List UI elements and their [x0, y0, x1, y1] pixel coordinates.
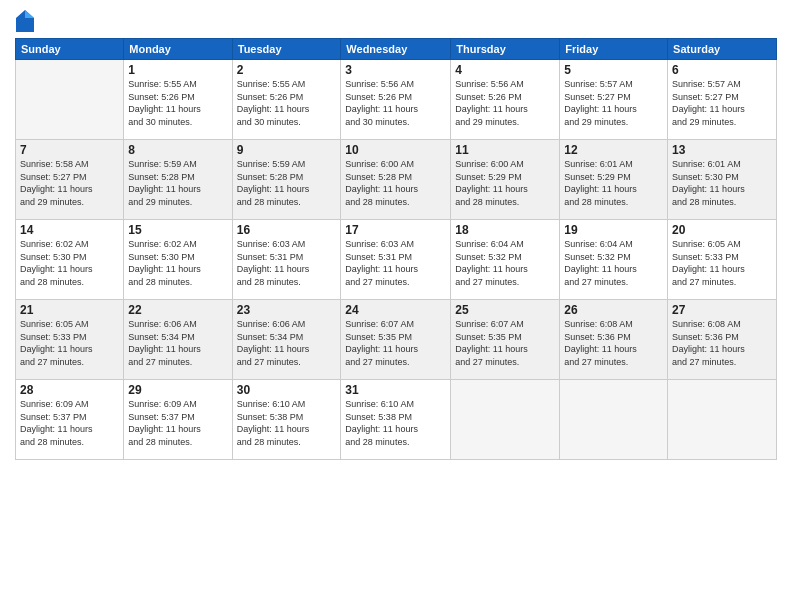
day-info: Sunrise: 6:02 AM Sunset: 5:30 PM Dayligh… [128, 238, 227, 288]
day-number: 9 [237, 143, 337, 157]
day-number: 30 [237, 383, 337, 397]
day-info: Sunrise: 5:55 AM Sunset: 5:26 PM Dayligh… [128, 78, 227, 128]
day-info: Sunrise: 6:06 AM Sunset: 5:34 PM Dayligh… [128, 318, 227, 368]
day-number: 5 [564, 63, 663, 77]
day-number: 3 [345, 63, 446, 77]
day-info: Sunrise: 6:03 AM Sunset: 5:31 PM Dayligh… [237, 238, 337, 288]
header-monday: Monday [124, 39, 232, 60]
table-row: 11Sunrise: 6:00 AM Sunset: 5:29 PM Dayli… [451, 140, 560, 220]
day-number: 26 [564, 303, 663, 317]
day-number: 17 [345, 223, 446, 237]
day-info: Sunrise: 6:01 AM Sunset: 5:29 PM Dayligh… [564, 158, 663, 208]
day-info: Sunrise: 5:58 AM Sunset: 5:27 PM Dayligh… [20, 158, 119, 208]
day-info: Sunrise: 6:10 AM Sunset: 5:38 PM Dayligh… [345, 398, 446, 448]
day-info: Sunrise: 6:04 AM Sunset: 5:32 PM Dayligh… [455, 238, 555, 288]
day-number: 8 [128, 143, 227, 157]
calendar-week-row: 28Sunrise: 6:09 AM Sunset: 5:37 PM Dayli… [16, 380, 777, 460]
day-number: 7 [20, 143, 119, 157]
svg-marker-1 [25, 10, 34, 18]
calendar-week-row: 14Sunrise: 6:02 AM Sunset: 5:30 PM Dayli… [16, 220, 777, 300]
table-row: 30Sunrise: 6:10 AM Sunset: 5:38 PM Dayli… [232, 380, 341, 460]
table-row: 7Sunrise: 5:58 AM Sunset: 5:27 PM Daylig… [16, 140, 124, 220]
day-number: 25 [455, 303, 555, 317]
table-row [16, 60, 124, 140]
day-number: 6 [672, 63, 772, 77]
day-info: Sunrise: 6:08 AM Sunset: 5:36 PM Dayligh… [564, 318, 663, 368]
table-row: 9Sunrise: 5:59 AM Sunset: 5:28 PM Daylig… [232, 140, 341, 220]
header-sunday: Sunday [16, 39, 124, 60]
table-row: 27Sunrise: 6:08 AM Sunset: 5:36 PM Dayli… [668, 300, 777, 380]
table-row: 26Sunrise: 6:08 AM Sunset: 5:36 PM Dayli… [560, 300, 668, 380]
logo-icon [16, 10, 34, 32]
table-row: 31Sunrise: 6:10 AM Sunset: 5:38 PM Dayli… [341, 380, 451, 460]
table-row: 1Sunrise: 5:55 AM Sunset: 5:26 PM Daylig… [124, 60, 232, 140]
table-row: 2Sunrise: 5:55 AM Sunset: 5:26 PM Daylig… [232, 60, 341, 140]
day-number: 22 [128, 303, 227, 317]
day-number: 13 [672, 143, 772, 157]
table-row: 14Sunrise: 6:02 AM Sunset: 5:30 PM Dayli… [16, 220, 124, 300]
table-row: 15Sunrise: 6:02 AM Sunset: 5:30 PM Dayli… [124, 220, 232, 300]
header-wednesday: Wednesday [341, 39, 451, 60]
table-row: 22Sunrise: 6:06 AM Sunset: 5:34 PM Dayli… [124, 300, 232, 380]
table-row: 21Sunrise: 6:05 AM Sunset: 5:33 PM Dayli… [16, 300, 124, 380]
header [15, 10, 777, 32]
day-number: 28 [20, 383, 119, 397]
day-number: 20 [672, 223, 772, 237]
table-row: 12Sunrise: 6:01 AM Sunset: 5:29 PM Dayli… [560, 140, 668, 220]
day-number: 12 [564, 143, 663, 157]
table-row: 18Sunrise: 6:04 AM Sunset: 5:32 PM Dayli… [451, 220, 560, 300]
day-info: Sunrise: 6:09 AM Sunset: 5:37 PM Dayligh… [20, 398, 119, 448]
day-info: Sunrise: 6:08 AM Sunset: 5:36 PM Dayligh… [672, 318, 772, 368]
day-info: Sunrise: 5:59 AM Sunset: 5:28 PM Dayligh… [237, 158, 337, 208]
table-row [668, 380, 777, 460]
day-info: Sunrise: 5:57 AM Sunset: 5:27 PM Dayligh… [564, 78, 663, 128]
day-number: 15 [128, 223, 227, 237]
table-row [560, 380, 668, 460]
header-tuesday: Tuesday [232, 39, 341, 60]
day-info: Sunrise: 5:59 AM Sunset: 5:28 PM Dayligh… [128, 158, 227, 208]
calendar-week-row: 1Sunrise: 5:55 AM Sunset: 5:26 PM Daylig… [16, 60, 777, 140]
day-number: 31 [345, 383, 446, 397]
table-row: 4Sunrise: 5:56 AM Sunset: 5:26 PM Daylig… [451, 60, 560, 140]
day-info: Sunrise: 6:03 AM Sunset: 5:31 PM Dayligh… [345, 238, 446, 288]
day-number: 16 [237, 223, 337, 237]
day-info: Sunrise: 6:00 AM Sunset: 5:28 PM Dayligh… [345, 158, 446, 208]
table-row: 20Sunrise: 6:05 AM Sunset: 5:33 PM Dayli… [668, 220, 777, 300]
header-thursday: Thursday [451, 39, 560, 60]
day-info: Sunrise: 5:56 AM Sunset: 5:26 PM Dayligh… [345, 78, 446, 128]
calendar-table: Sunday Monday Tuesday Wednesday Thursday… [15, 38, 777, 460]
table-row: 29Sunrise: 6:09 AM Sunset: 5:37 PM Dayli… [124, 380, 232, 460]
day-number: 2 [237, 63, 337, 77]
day-info: Sunrise: 6:10 AM Sunset: 5:38 PM Dayligh… [237, 398, 337, 448]
table-row: 5Sunrise: 5:57 AM Sunset: 5:27 PM Daylig… [560, 60, 668, 140]
table-row: 13Sunrise: 6:01 AM Sunset: 5:30 PM Dayli… [668, 140, 777, 220]
logo [15, 10, 36, 32]
day-number: 21 [20, 303, 119, 317]
day-info: Sunrise: 5:55 AM Sunset: 5:26 PM Dayligh… [237, 78, 337, 128]
table-row: 24Sunrise: 6:07 AM Sunset: 5:35 PM Dayli… [341, 300, 451, 380]
table-row: 16Sunrise: 6:03 AM Sunset: 5:31 PM Dayli… [232, 220, 341, 300]
table-row: 28Sunrise: 6:09 AM Sunset: 5:37 PM Dayli… [16, 380, 124, 460]
day-info: Sunrise: 6:09 AM Sunset: 5:37 PM Dayligh… [128, 398, 227, 448]
day-info: Sunrise: 6:06 AM Sunset: 5:34 PM Dayligh… [237, 318, 337, 368]
day-number: 14 [20, 223, 119, 237]
table-row: 10Sunrise: 6:00 AM Sunset: 5:28 PM Dayli… [341, 140, 451, 220]
calendar-week-row: 7Sunrise: 5:58 AM Sunset: 5:27 PM Daylig… [16, 140, 777, 220]
day-number: 29 [128, 383, 227, 397]
day-info: Sunrise: 6:01 AM Sunset: 5:30 PM Dayligh… [672, 158, 772, 208]
day-info: Sunrise: 6:07 AM Sunset: 5:35 PM Dayligh… [345, 318, 446, 368]
day-number: 27 [672, 303, 772, 317]
day-number: 19 [564, 223, 663, 237]
table-row: 3Sunrise: 5:56 AM Sunset: 5:26 PM Daylig… [341, 60, 451, 140]
table-row: 23Sunrise: 6:06 AM Sunset: 5:34 PM Dayli… [232, 300, 341, 380]
calendar-page: Sunday Monday Tuesday Wednesday Thursday… [0, 0, 792, 612]
table-row: 6Sunrise: 5:57 AM Sunset: 5:27 PM Daylig… [668, 60, 777, 140]
day-number: 23 [237, 303, 337, 317]
table-row: 25Sunrise: 6:07 AM Sunset: 5:35 PM Dayli… [451, 300, 560, 380]
table-row [451, 380, 560, 460]
day-number: 24 [345, 303, 446, 317]
day-number: 11 [455, 143, 555, 157]
day-info: Sunrise: 5:56 AM Sunset: 5:26 PM Dayligh… [455, 78, 555, 128]
day-info: Sunrise: 6:00 AM Sunset: 5:29 PM Dayligh… [455, 158, 555, 208]
day-number: 10 [345, 143, 446, 157]
